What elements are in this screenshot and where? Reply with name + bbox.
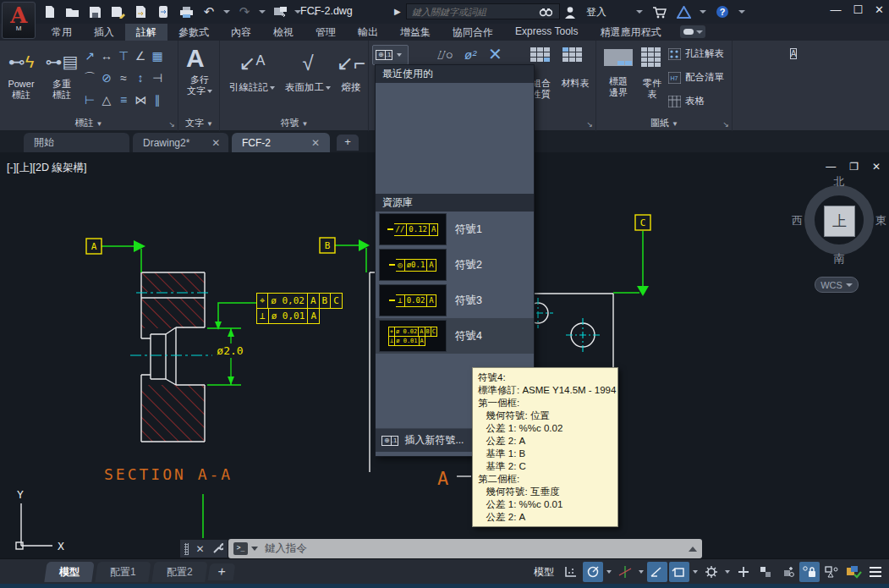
- snap-toggle-icon[interactable]: [583, 562, 603, 582]
- mtext-button[interactable]: 多行 文字: [181, 74, 218, 96]
- dimension-dialog-launcher-icon[interactable]: ↘: [168, 120, 175, 129]
- dim-tool-icon[interactable]: ⊣: [149, 68, 166, 90]
- tab-output[interactable]: 輸出: [347, 24, 389, 41]
- viewcube-north[interactable]: 北: [793, 174, 885, 190]
- viewcube-west[interactable]: 西: [792, 213, 803, 228]
- dim-tool-icon[interactable]: ↗: [81, 46, 98, 68]
- command-prompt-icon[interactable]: >_: [233, 542, 248, 555]
- dim-tool-icon[interactable]: △: [98, 90, 115, 112]
- dim-tool-icon[interactable]: ↕: [132, 68, 149, 90]
- search-binoculars-icon[interactable]: [537, 4, 554, 19]
- sheet-panel-label[interactable]: 圖紙 ▼: [597, 117, 732, 129]
- title-border-button[interactable]: 標題 邊界: [602, 76, 634, 98]
- export-icon[interactable]: [132, 4, 149, 19]
- dim-tool-icon[interactable]: ⊢: [81, 90, 98, 112]
- bom-button[interactable]: 材料表: [557, 78, 593, 89]
- doc-restore-button[interactable]: ❐: [849, 161, 859, 173]
- viewport-controls[interactable]: [-][上][2D 線架構]: [7, 161, 86, 175]
- close-tab-icon[interactable]: ✕: [311, 137, 320, 149]
- weld-button[interactable]: ↙⌐ 熔接: [336, 46, 366, 94]
- symbol-item-4[interactable]: ⌖ø 0.02ABC ⊥ø 0.01A 符號4: [376, 318, 534, 354]
- wrench-icon[interactable]: [211, 543, 224, 555]
- a360-icon[interactable]: [675, 4, 692, 19]
- drag-grip-icon[interactable]: [184, 543, 189, 555]
- command-close-icon[interactable]: ✕: [195, 543, 204, 555]
- save-as-icon[interactable]: [109, 4, 126, 19]
- symbol-item-3[interactable]: ⊥0.02A 符號3: [376, 283, 534, 318]
- sign-in-label[interactable]: 登入: [586, 5, 606, 19]
- bom-dialog-launcher-icon[interactable]: ↘: [586, 120, 593, 129]
- dim-tool-icon[interactable]: ≈: [115, 68, 132, 90]
- plot-icon[interactable]: [178, 4, 195, 19]
- object-snap-icon[interactable]: [669, 562, 689, 582]
- dim-tool-icon[interactable]: ↔: [98, 46, 115, 68]
- tab-manage[interactable]: 管理: [305, 24, 347, 41]
- osnap-caret-icon[interactable]: [693, 570, 698, 574]
- weld-symbol-icon[interactable]: ✕: [488, 44, 502, 64]
- tab-view[interactable]: 檢視: [262, 24, 305, 41]
- dim-tool-icon[interactable]: ⌒: [81, 68, 98, 90]
- tab-express-tools[interactable]: Express Tools: [504, 24, 589, 41]
- sign-in-caret-icon[interactable]: [636, 10, 643, 14]
- save-icon[interactable]: [86, 4, 103, 19]
- customization-menu-icon[interactable]: [865, 562, 886, 582]
- tab-featured-apps[interactable]: 精選應用程式: [589, 24, 672, 41]
- viewcube-top-face[interactable]: 上: [824, 206, 855, 237]
- multi-dimension-button[interactable]: ⊶▤ 多重 標註: [42, 45, 81, 101]
- table-button[interactable]: 表格: [668, 95, 705, 107]
- graphics-performance-icon[interactable]: [843, 562, 864, 582]
- dim-tool-icon[interactable]: ∥: [149, 90, 166, 112]
- workspace-gear-icon[interactable]: [701, 562, 722, 582]
- symbol-item-2[interactable]: ◎ø0.1A 符號2: [376, 247, 534, 283]
- new-tab-button[interactable]: +: [337, 135, 359, 151]
- tab-parametric[interactable]: 參數式: [167, 24, 220, 41]
- help-caret-icon[interactable]: [738, 10, 745, 14]
- transfer-icon[interactable]: [155, 4, 172, 19]
- new-layout-button[interactable]: +: [208, 563, 236, 580]
- store-cart-icon[interactable]: [650, 4, 667, 19]
- view-cube[interactable]: 北 南 西 東 上: [793, 174, 885, 272]
- annotation-monitor-icon[interactable]: [733, 562, 754, 582]
- tab-content[interactable]: 內容: [220, 24, 262, 41]
- edge-symbol-icon[interactable]: ø²: [464, 47, 476, 62]
- clean-screen-icon[interactable]: [821, 562, 842, 582]
- redo-caret-icon[interactable]: [259, 10, 266, 14]
- file-tab-drawing2[interactable]: Drawing2*✕: [133, 133, 228, 152]
- polar-caret-icon[interactable]: [639, 570, 644, 574]
- dim-tool-icon[interactable]: ∠: [132, 46, 149, 68]
- maximize-button[interactable]: ☐: [853, 3, 863, 17]
- model-space-toggle[interactable]: 模型: [529, 562, 559, 582]
- hole-chart-button[interactable]: 孔註解表: [668, 47, 724, 60]
- search-arrow-icon[interactable]: ▶: [394, 7, 401, 16]
- polar-tracking-icon[interactable]: [615, 562, 635, 582]
- tab-collaborate[interactable]: 協同合作: [442, 24, 504, 41]
- assembly-props-icon[interactable]: [530, 47, 550, 62]
- user-icon[interactable]: [562, 4, 579, 19]
- dynamic-input-icon[interactable]: [647, 562, 667, 582]
- layout-tab-model[interactable]: 模型: [44, 562, 94, 582]
- command-line[interactable]: >_ 鍵入指令: [228, 539, 702, 558]
- dim-2-0[interactable]: ø2.0: [207, 328, 248, 385]
- lock-ui-icon[interactable]: [799, 562, 820, 582]
- doc-close-button[interactable]: ✕: [872, 161, 881, 173]
- parts-list-button[interactable]: 零件 表: [636, 78, 668, 100]
- snap-caret-icon[interactable]: [606, 570, 612, 574]
- minimize-button[interactable]: —: [830, 3, 841, 17]
- dimension-panel-label[interactable]: 標註 ▼: [0, 117, 178, 129]
- viewcube-east[interactable]: 東: [875, 213, 886, 228]
- redo-icon[interactable]: ↷: [236, 4, 253, 19]
- workspace-icon[interactable]: [272, 4, 288, 19]
- dim-tool-icon[interactable]: ⊤: [115, 46, 132, 68]
- symbol-panel-label[interactable]: 符號 ▼: [221, 117, 368, 129]
- dim-tool-icon[interactable]: ≡: [115, 90, 132, 112]
- leader-note-button[interactable]: ↙ᴬ 引線註記: [226, 46, 278, 94]
- datum-identifier-button[interactable]: A: [783, 45, 804, 67]
- add-selected-icon[interactable]: [777, 562, 798, 582]
- doc-minimize-button[interactable]: —: [826, 161, 836, 173]
- balloon-icon[interactable]: ⌰○: [437, 47, 453, 63]
- surface-finish-button[interactable]: √ 表面加工: [282, 46, 334, 94]
- tab-addins[interactable]: 增益集: [389, 24, 442, 41]
- title-border-icon[interactable]: [604, 49, 633, 71]
- a360-caret-icon[interactable]: [700, 10, 706, 14]
- drawing-fcf[interactable]: ⌖ø 0,02ABC ⊥ø 0,01A: [256, 293, 343, 324]
